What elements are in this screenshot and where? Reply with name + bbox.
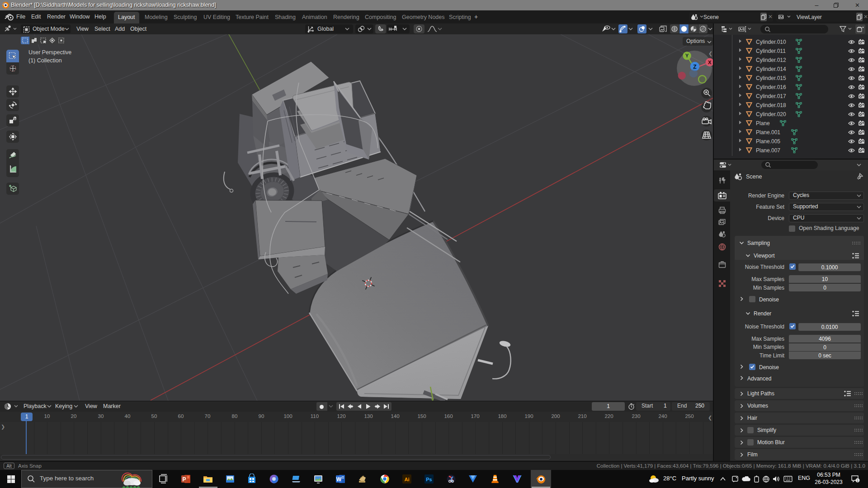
- svg-text:W: W: [336, 476, 342, 483]
- svg-text:Ai: Ai: [405, 477, 410, 482]
- svg-text:P: P: [182, 476, 186, 483]
- svg-text:Y: Y: [685, 53, 689, 58]
- svg-text:Z: Z: [693, 64, 697, 70]
- svg-text:Ps: Ps: [426, 477, 432, 482]
- svg-text:1: 1: [857, 479, 859, 482]
- svg-text:X: X: [708, 60, 712, 65]
